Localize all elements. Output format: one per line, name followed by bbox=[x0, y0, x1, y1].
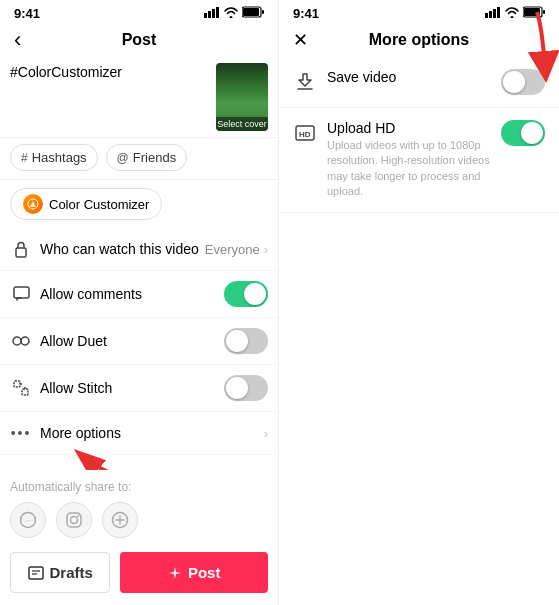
at-icon: @ bbox=[117, 151, 129, 165]
status-bar-left: 9:41 bbox=[0, 0, 278, 25]
who-can-watch-row[interactable]: Who can watch this video Everyone › bbox=[0, 228, 278, 271]
stitch-icon bbox=[10, 377, 32, 399]
who-can-watch-value: Everyone bbox=[205, 242, 260, 257]
left-header-title: Post bbox=[122, 31, 157, 49]
svg-point-11 bbox=[21, 337, 29, 345]
auto-share-label: Automatically share to: bbox=[10, 480, 268, 494]
svg-rect-2 bbox=[212, 9, 215, 18]
drafts-label: Drafts bbox=[50, 564, 93, 581]
hashtags-button[interactable]: # Hashtags bbox=[10, 144, 98, 171]
save-video-label: Save video bbox=[327, 69, 493, 85]
hashtag-area: #ColorCustomizer Select cover bbox=[0, 57, 278, 138]
auto-share-section: Automatically share to: bbox=[0, 470, 278, 544]
red-arrow-right bbox=[507, 7, 559, 87]
post-button[interactable]: Post bbox=[120, 552, 268, 593]
more-options-row[interactable]: ••• More options › bbox=[0, 412, 278, 455]
svg-rect-5 bbox=[243, 8, 259, 16]
who-can-watch-label: Who can watch this video bbox=[40, 241, 205, 257]
back-button[interactable]: ‹ bbox=[14, 27, 21, 53]
svg-rect-3 bbox=[216, 7, 219, 18]
sparkle-icon bbox=[168, 566, 182, 580]
svg-rect-6 bbox=[262, 10, 264, 14]
svg-rect-0 bbox=[204, 13, 207, 18]
wifi-icon bbox=[224, 7, 238, 21]
upload-hd-desc: Upload videos with up to 1080p resolutio… bbox=[327, 138, 493, 200]
svg-rect-12 bbox=[14, 381, 20, 387]
svg-text:HD: HD bbox=[299, 130, 311, 139]
color-customizer-label: Color Customizer bbox=[49, 197, 149, 212]
allow-stitch-row: Allow Stitch bbox=[0, 365, 278, 412]
left-panel: 9:41 ‹ Post #ColorCustomizer Select cove… bbox=[0, 0, 279, 605]
upload-hd-toggle[interactable] bbox=[501, 120, 545, 146]
svg-rect-9 bbox=[14, 287, 29, 298]
allow-stitch-toggle[interactable] bbox=[224, 375, 268, 401]
settings-list: Who can watch this video Everyone › Allo… bbox=[0, 228, 278, 470]
share-add-button[interactable] bbox=[102, 502, 138, 538]
save-video-icon bbox=[293, 70, 317, 94]
hashtag-input[interactable]: #ColorCustomizer bbox=[10, 63, 208, 83]
close-button[interactable]: ✕ bbox=[293, 29, 308, 51]
more-options-label: More options bbox=[40, 425, 264, 441]
lock-icon bbox=[10, 238, 32, 260]
allow-stitch-label: Allow Stitch bbox=[40, 380, 224, 396]
allow-comments-toggle[interactable] bbox=[224, 281, 268, 307]
allow-comments-row: Allow comments bbox=[0, 271, 278, 318]
svg-rect-26 bbox=[485, 13, 488, 18]
save-video-row: Save video bbox=[279, 57, 559, 108]
duet-icon bbox=[10, 330, 32, 352]
allow-duet-toggle[interactable] bbox=[224, 328, 268, 354]
upload-hd-icon: HD bbox=[293, 121, 317, 145]
upload-hd-row: HD Upload HD Upload videos with up to 10… bbox=[279, 108, 559, 213]
svg-rect-1 bbox=[208, 11, 211, 18]
upload-hd-content: Upload HD Upload videos with up to 1080p… bbox=[327, 120, 493, 200]
right-panel: 9:41 ✕ More options Save video bbox=[279, 0, 559, 605]
select-cover-label[interactable]: Select cover bbox=[216, 117, 268, 131]
upload-hd-label: Upload HD bbox=[327, 120, 493, 136]
drafts-icon bbox=[28, 566, 44, 580]
share-message-button[interactable] bbox=[10, 502, 46, 538]
allow-duet-label: Allow Duet bbox=[40, 333, 224, 349]
hashtags-label: Hashtags bbox=[32, 150, 87, 165]
friends-button[interactable]: @ Friends bbox=[106, 144, 188, 171]
allow-comments-label: Allow comments bbox=[40, 286, 224, 302]
time-left: 9:41 bbox=[14, 6, 40, 21]
bottom-buttons: Drafts Post bbox=[0, 544, 278, 605]
svg-rect-27 bbox=[489, 11, 492, 18]
svg-rect-23 bbox=[29, 567, 43, 579]
svg-point-19 bbox=[77, 515, 79, 517]
chevron-icon-4: › bbox=[264, 426, 268, 441]
friends-label: Friends bbox=[133, 150, 176, 165]
right-header-title: More options bbox=[369, 31, 469, 49]
svg-rect-17 bbox=[67, 513, 81, 527]
svg-point-10 bbox=[13, 337, 21, 345]
share-instagram-button[interactable] bbox=[56, 502, 92, 538]
battery-icon bbox=[242, 6, 264, 21]
time-right: 9:41 bbox=[293, 6, 319, 21]
svg-rect-13 bbox=[22, 389, 28, 395]
svg-rect-8 bbox=[16, 248, 26, 257]
tag-buttons-row: # Hashtags @ Friends bbox=[0, 138, 278, 180]
svg-rect-28 bbox=[493, 9, 496, 18]
cover-thumbnail[interactable]: Select cover bbox=[216, 63, 268, 131]
auto-share-icons bbox=[10, 502, 268, 538]
svg-point-18 bbox=[71, 517, 78, 524]
save-video-content: Save video bbox=[327, 69, 493, 87]
status-icons-left bbox=[204, 6, 264, 21]
drafts-button[interactable]: Drafts bbox=[10, 552, 110, 593]
post-label: Post bbox=[188, 564, 221, 581]
signal-icon-right bbox=[485, 7, 501, 21]
allow-duet-row: Allow Duet bbox=[0, 318, 278, 365]
left-header: ‹ Post bbox=[0, 25, 278, 57]
hashtag-icon: # bbox=[21, 151, 28, 165]
color-customizer-badge[interactable]: Color Customizer bbox=[10, 188, 162, 220]
signal-icon bbox=[204, 7, 220, 20]
more-options-icon: ••• bbox=[10, 422, 32, 444]
chevron-icon-0: › bbox=[264, 242, 268, 257]
comment-icon bbox=[10, 283, 32, 305]
color-customizer-icon bbox=[23, 194, 43, 214]
svg-rect-29 bbox=[497, 7, 500, 18]
